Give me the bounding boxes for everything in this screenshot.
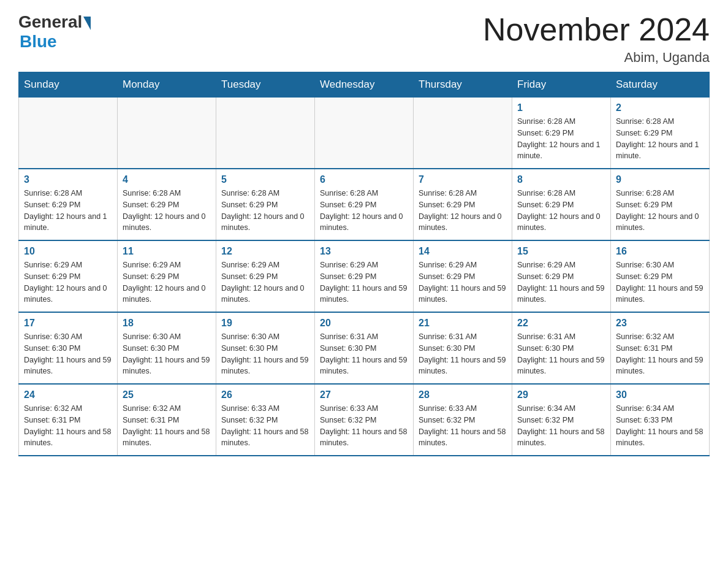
calendar-week-row: 1Sunrise: 6:28 AMSunset: 6:29 PMDaylight…: [19, 98, 710, 169]
header-friday: Friday: [512, 72, 611, 98]
day-info: Sunrise: 6:28 AMSunset: 6:29 PMDaylight:…: [221, 188, 309, 234]
day-info: Sunrise: 6:28 AMSunset: 6:29 PMDaylight:…: [616, 188, 704, 234]
day-info: Sunrise: 6:32 AMSunset: 6:31 PMDaylight:…: [123, 403, 211, 449]
day-number: 17: [24, 318, 112, 329]
day-number: 26: [221, 389, 309, 400]
day-info: Sunrise: 6:29 AMSunset: 6:29 PMDaylight:…: [123, 259, 211, 305]
day-number: 2: [616, 102, 704, 113]
day-info: Sunrise: 6:28 AMSunset: 6:29 PMDaylight:…: [24, 188, 112, 234]
day-number: 22: [517, 318, 605, 329]
calendar-cell: 19Sunrise: 6:30 AMSunset: 6:30 PMDayligh…: [216, 312, 315, 384]
calendar-week-row: 10Sunrise: 6:29 AMSunset: 6:29 PMDayligh…: [19, 240, 710, 312]
day-info: Sunrise: 6:33 AMSunset: 6:32 PMDaylight:…: [320, 403, 408, 449]
calendar-table: SundayMondayTuesdayWednesdayThursdayFrid…: [18, 72, 710, 456]
day-info: Sunrise: 6:29 AMSunset: 6:29 PMDaylight:…: [24, 259, 112, 305]
month-year-title: November 2024: [483, 12, 710, 47]
day-number: 3: [24, 174, 112, 185]
calendar-cell: 27Sunrise: 6:33 AMSunset: 6:32 PMDayligh…: [315, 384, 414, 456]
day-number: 8: [517, 174, 605, 185]
day-number: 9: [616, 174, 704, 185]
header-saturday: Saturday: [611, 72, 710, 98]
day-info: Sunrise: 6:28 AMSunset: 6:29 PMDaylight:…: [616, 116, 704, 162]
day-number: 12: [221, 246, 309, 257]
day-info: Sunrise: 6:28 AMSunset: 6:29 PMDaylight:…: [517, 188, 605, 234]
calendar-cell: 26Sunrise: 6:33 AMSunset: 6:32 PMDayligh…: [216, 384, 315, 456]
logo-general-text: General: [18, 12, 82, 32]
day-number: 20: [320, 318, 408, 329]
calendar-cell: 17Sunrise: 6:30 AMSunset: 6:30 PMDayligh…: [19, 312, 118, 384]
day-number: 24: [24, 389, 112, 400]
calendar-cell: 13Sunrise: 6:29 AMSunset: 6:29 PMDayligh…: [315, 240, 414, 312]
calendar-cell: 14Sunrise: 6:29 AMSunset: 6:29 PMDayligh…: [414, 240, 512, 312]
day-info: Sunrise: 6:30 AMSunset: 6:29 PMDaylight:…: [616, 259, 704, 305]
calendar-cell: 21Sunrise: 6:31 AMSunset: 6:30 PMDayligh…: [414, 312, 512, 384]
header-monday: Monday: [118, 72, 216, 98]
calendar-cell: 25Sunrise: 6:32 AMSunset: 6:31 PMDayligh…: [118, 384, 216, 456]
calendar-cell: [118, 98, 216, 169]
logo: General Blue: [18, 12, 91, 52]
title-block: November 2024 Abim, Uganda: [483, 12, 710, 66]
day-number: 14: [419, 246, 507, 257]
calendar-cell: 1Sunrise: 6:28 AMSunset: 6:29 PMDaylight…: [512, 98, 611, 169]
day-number: 7: [419, 174, 507, 185]
calendar-cell: 11Sunrise: 6:29 AMSunset: 6:29 PMDayligh…: [118, 240, 216, 312]
calendar-cell: 29Sunrise: 6:34 AMSunset: 6:32 PMDayligh…: [512, 384, 611, 456]
day-number: 16: [616, 246, 704, 257]
calendar-cell: 15Sunrise: 6:29 AMSunset: 6:29 PMDayligh…: [512, 240, 611, 312]
day-info: Sunrise: 6:33 AMSunset: 6:32 PMDaylight:…: [221, 403, 309, 449]
header-sunday: Sunday: [19, 72, 118, 98]
calendar-cell: 23Sunrise: 6:32 AMSunset: 6:31 PMDayligh…: [611, 312, 710, 384]
calendar-cell: 20Sunrise: 6:31 AMSunset: 6:30 PMDayligh…: [315, 312, 414, 384]
day-info: Sunrise: 6:30 AMSunset: 6:30 PMDaylight:…: [24, 331, 112, 377]
day-info: Sunrise: 6:28 AMSunset: 6:29 PMDaylight:…: [123, 188, 211, 234]
day-number: 19: [221, 318, 309, 329]
day-number: 30: [616, 389, 704, 400]
day-info: Sunrise: 6:28 AMSunset: 6:29 PMDaylight:…: [517, 116, 605, 162]
day-number: 21: [419, 318, 507, 329]
day-info: Sunrise: 6:31 AMSunset: 6:30 PMDaylight:…: [517, 331, 605, 377]
day-number: 4: [123, 174, 211, 185]
calendar-cell: 22Sunrise: 6:31 AMSunset: 6:30 PMDayligh…: [512, 312, 611, 384]
calendar-cell: [315, 98, 414, 169]
day-number: 29: [517, 389, 605, 400]
calendar-header-row: SundayMondayTuesdayWednesdayThursdayFrid…: [19, 72, 710, 98]
calendar-cell: 8Sunrise: 6:28 AMSunset: 6:29 PMDaylight…: [512, 169, 611, 240]
day-number: 23: [616, 318, 704, 329]
day-info: Sunrise: 6:28 AMSunset: 6:29 PMDaylight:…: [320, 188, 408, 234]
calendar-cell: 3Sunrise: 6:28 AMSunset: 6:29 PMDaylight…: [19, 169, 118, 240]
day-info: Sunrise: 6:30 AMSunset: 6:30 PMDaylight:…: [123, 331, 211, 377]
calendar-cell: [19, 98, 118, 169]
calendar-cell: 30Sunrise: 6:34 AMSunset: 6:33 PMDayligh…: [611, 384, 710, 456]
day-number: 27: [320, 389, 408, 400]
day-number: 5: [221, 174, 309, 185]
calendar-cell: 6Sunrise: 6:28 AMSunset: 6:29 PMDaylight…: [315, 169, 414, 240]
page-header: General Blue November 2024 Abim, Uganda: [18, 12, 710, 66]
day-info: Sunrise: 6:29 AMSunset: 6:29 PMDaylight:…: [517, 259, 605, 305]
day-number: 11: [123, 246, 211, 257]
day-info: Sunrise: 6:31 AMSunset: 6:30 PMDaylight:…: [320, 331, 408, 377]
day-number: 18: [123, 318, 211, 329]
calendar-week-row: 17Sunrise: 6:30 AMSunset: 6:30 PMDayligh…: [19, 312, 710, 384]
day-number: 6: [320, 174, 408, 185]
day-info: Sunrise: 6:30 AMSunset: 6:30 PMDaylight:…: [221, 331, 309, 377]
calendar-cell: 10Sunrise: 6:29 AMSunset: 6:29 PMDayligh…: [19, 240, 118, 312]
calendar-cell: [216, 98, 315, 169]
day-number: 25: [123, 389, 211, 400]
header-tuesday: Tuesday: [216, 72, 315, 98]
day-info: Sunrise: 6:29 AMSunset: 6:29 PMDaylight:…: [419, 259, 507, 305]
logo-triangle-icon: [83, 17, 91, 30]
calendar-week-row: 24Sunrise: 6:32 AMSunset: 6:31 PMDayligh…: [19, 384, 710, 456]
day-info: Sunrise: 6:29 AMSunset: 6:29 PMDaylight:…: [320, 259, 408, 305]
calendar-cell: 7Sunrise: 6:28 AMSunset: 6:29 PMDaylight…: [414, 169, 512, 240]
calendar-cell: 24Sunrise: 6:32 AMSunset: 6:31 PMDayligh…: [19, 384, 118, 456]
day-info: Sunrise: 6:34 AMSunset: 6:32 PMDaylight:…: [517, 403, 605, 449]
header-wednesday: Wednesday: [315, 72, 414, 98]
day-number: 1: [517, 102, 605, 113]
day-number: 13: [320, 246, 408, 257]
logo-blue-text: Blue: [20, 32, 57, 52]
calendar-cell: 5Sunrise: 6:28 AMSunset: 6:29 PMDaylight…: [216, 169, 315, 240]
calendar-week-row: 3Sunrise: 6:28 AMSunset: 6:29 PMDaylight…: [19, 169, 710, 240]
calendar-cell: 28Sunrise: 6:33 AMSunset: 6:32 PMDayligh…: [414, 384, 512, 456]
day-info: Sunrise: 6:29 AMSunset: 6:29 PMDaylight:…: [221, 259, 309, 305]
calendar-cell: 16Sunrise: 6:30 AMSunset: 6:29 PMDayligh…: [611, 240, 710, 312]
